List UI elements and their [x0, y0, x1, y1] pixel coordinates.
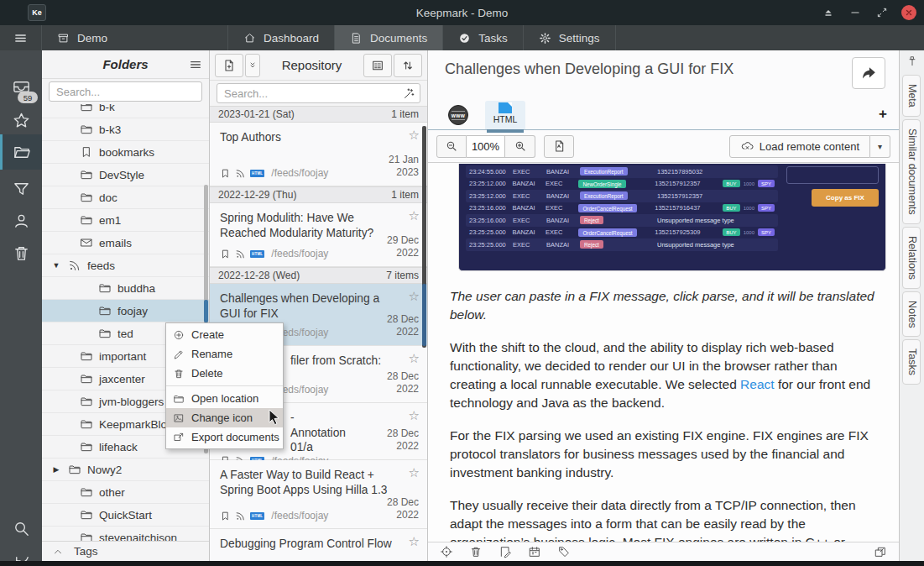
side-tab-relations[interactable]: Relations: [902, 227, 921, 289]
favorite-star-icon[interactable]: ☆: [409, 128, 420, 143]
document-item-hilla[interactable]: A Faster Way to Build React + Spring Boo…: [210, 460, 427, 529]
page-export-icon: [552, 139, 566, 153]
react-link[interactable]: React: [740, 377, 775, 391]
zoom-in-button[interactable]: [505, 135, 535, 158]
folder-item-buddha[interactable]: buddha: [42, 277, 209, 300]
folder-item-em1[interactable]: em1: [42, 209, 209, 232]
side-tab-notes[interactable]: Notes: [902, 291, 921, 338]
workspace-selector[interactable]: Demo: [42, 25, 228, 50]
tag-icon[interactable]: [557, 545, 571, 558]
target-icon[interactable]: [440, 545, 453, 558]
trash-icon[interactable]: [469, 545, 483, 558]
repository-search-input[interactable]: [217, 83, 420, 103]
favorite-star-icon[interactable]: ☆: [409, 465, 420, 480]
folder-icon: [80, 440, 93, 453]
menu-button[interactable]: [0, 25, 42, 50]
collapse-icon[interactable]: ▼: [50, 261, 62, 270]
folder-item-foojay[interactable]: foojay: [42, 300, 209, 322]
folders-menu-icon[interactable]: [189, 58, 202, 71]
edit-note-icon[interactable]: [499, 545, 512, 558]
side-tab-similar-documents[interactable]: Similar documents: [902, 119, 921, 224]
load-remote-content-button[interactable]: Load remote content: [729, 135, 870, 158]
tab-web-view[interactable]: www: [441, 102, 475, 128]
sort-button[interactable]: [394, 54, 422, 77]
magic-wand-icon[interactable]: [403, 87, 415, 100]
menu-item-export-documents[interactable]: Export documents: [166, 427, 283, 447]
side-tab-tasks[interactable]: Tasks: [902, 339, 921, 385]
keep-above-button[interactable]: [819, 3, 838, 22]
pin-icon: [906, 55, 918, 67]
fix-row: 23:25:25.000EXECBANZAIRejectUnsupported …: [466, 238, 778, 251]
folder-item-other[interactable]: other: [42, 481, 209, 504]
new-document-dropdown[interactable]: [245, 54, 260, 77]
favorite-star-icon[interactable]: ☆: [409, 534, 420, 549]
folder-item-nowy2[interactable]: ▶Nowy2: [42, 459, 209, 481]
close-button[interactable]: [901, 5, 916, 20]
check-circle-icon: [458, 32, 471, 45]
menu-item-create[interactable]: Create: [166, 325, 283, 344]
menu-item-change-icon[interactable]: Change icon: [166, 408, 283, 427]
folder-item-quickstart[interactable]: QuickStart: [42, 504, 209, 527]
folder-item-b-k3[interactable]: b-k3: [42, 118, 209, 141]
favorite-star-icon[interactable]: ☆: [409, 408, 420, 423]
view-mode-button[interactable]: [363, 54, 392, 77]
folder-icon: [80, 508, 93, 521]
folder-item-feeds[interactable]: ▼feeds: [42, 254, 209, 277]
load-remote-dropdown[interactable]: ▾: [870, 135, 890, 158]
hamburger-icon: [13, 31, 28, 45]
folder-item-stevenaitchison[interactable]: stevenaitchison: [42, 527, 209, 541]
document-item-spring-modulith[interactable]: Spring Modulith: Have We Reached Modular…: [210, 203, 427, 267]
person-icon: [12, 212, 31, 231]
fix-row: 23:25:25.000BANZAIEXECOrderCancelRequest…: [466, 227, 778, 239]
trash-icon: [173, 368, 185, 380]
share-button[interactable]: [852, 57, 885, 89]
rail-favorites[interactable]: [0, 102, 42, 138]
tab-documents[interactable]: Documents: [335, 25, 443, 50]
folder-item-b-k[interactable]: b-k: [42, 104, 209, 118]
menu-item-open-location[interactable]: Open location: [166, 389, 283, 408]
favorite-star-icon[interactable]: ☆: [409, 289, 420, 304]
rail-trash[interactable]: [0, 235, 42, 270]
article-paragraph: For the FIX parsing we used an existing …: [450, 427, 879, 482]
pin-panel-button[interactable]: [900, 50, 924, 72]
tab-html-view[interactable]: HTML: [485, 101, 525, 129]
pencil-icon: [173, 349, 185, 360]
tags-section-toggle[interactable]: Tags: [42, 541, 209, 561]
html-badge: HTML: [250, 512, 264, 520]
folders-search-input[interactable]: [49, 81, 202, 102]
tab-dashboard[interactable]: Dashboard: [228, 25, 335, 50]
zoom-level-value: 100%: [467, 135, 505, 158]
repository-title: Repository: [262, 58, 362, 72]
document-item-top-authors[interactable]: Top Authors ☆ HTML/feeds/foojay 21 Jan 2…: [210, 123, 427, 186]
folder-item-devstyle[interactable]: DevStyle: [42, 164, 209, 186]
rail-contacts[interactable]: [0, 203, 42, 238]
new-document-button[interactable]: [215, 54, 243, 77]
tab-tasks[interactable]: Tasks: [443, 25, 524, 50]
favorite-star-icon[interactable]: ☆: [409, 351, 420, 366]
side-tab-meta[interactable]: Meta: [902, 75, 921, 117]
folder-item-emails[interactable]: emails: [42, 232, 209, 254]
zoom-out-button[interactable]: [436, 135, 467, 158]
menu-item-rename[interactable]: Rename: [166, 344, 283, 364]
rail-filters[interactable]: [0, 171, 42, 207]
menu-item-delete[interactable]: Delete: [166, 364, 283, 383]
calendar-icon[interactable]: [528, 545, 541, 558]
add-view-button[interactable]: +: [879, 106, 887, 123]
fix-row: 23:25:12.000EXECBANZAIExecutionReport135…: [466, 190, 778, 202]
title-bar: Ke Keepmark - Demo: [0, 0, 924, 25]
rail-folders[interactable]: [0, 134, 42, 170]
open-in-window-icon[interactable]: [874, 545, 887, 558]
favorite-star-icon[interactable]: ☆: [409, 208, 420, 223]
article-screenshot-image: 23:24:55.000EXECBANZAIExecutionReport135…: [458, 164, 886, 271]
fix-row: 23:25:16.000EXECBANZAIRejectUnsupported …: [466, 214, 778, 227]
export-page-button[interactable]: [544, 135, 574, 158]
fix-row: 23:25:16.000BANZAIEXECOrderCancelRequest…: [466, 202, 778, 215]
folder-item-doc[interactable]: doc: [42, 186, 209, 209]
restore-button[interactable]: [873, 3, 891, 22]
minimize-button[interactable]: [846, 3, 864, 22]
folder-item-bookmarks[interactable]: bookmarks: [42, 141, 209, 164]
tab-settings[interactable]: Settings: [524, 25, 616, 50]
rail-search[interactable]: [0, 511, 42, 546]
folder-icon: [98, 304, 112, 317]
expand-icon[interactable]: ▶: [50, 465, 62, 474]
